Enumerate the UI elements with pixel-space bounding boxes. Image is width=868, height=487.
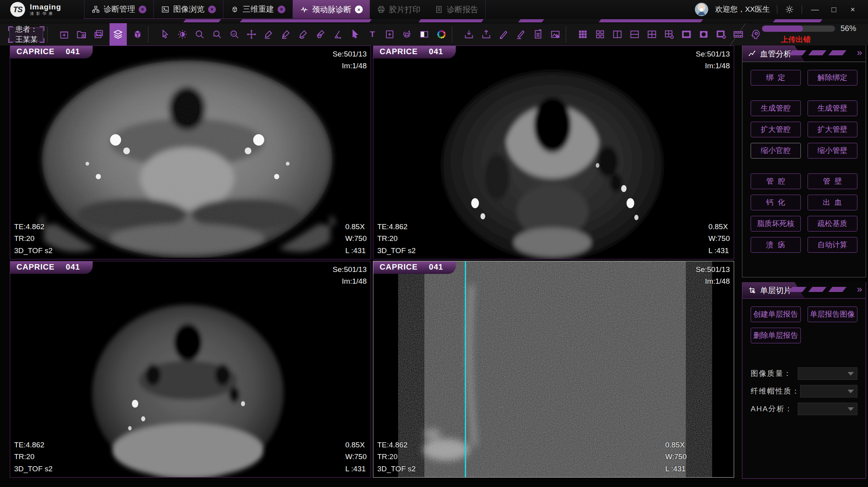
panel-header-deco [790, 287, 844, 292]
tab-carotid-diagnosis[interactable]: 颈动脉诊断 × [292, 0, 370, 19]
close-button[interactable]: × [847, 5, 859, 14]
zoom-2x-icon[interactable] [228, 27, 241, 42]
photos-icon[interactable] [92, 27, 105, 42]
probe-pen-icon[interactable] [497, 27, 510, 42]
cube-3d-icon[interactable] [131, 27, 144, 42]
pan-icon[interactable] [245, 27, 258, 42]
overlay-acquisition-info: TE:4.862TR:203D_TOF s2 [377, 439, 416, 475]
angle-icon[interactable] [331, 27, 344, 42]
user-avatar[interactable] [695, 3, 708, 16]
zoom-region-icon[interactable] [210, 27, 223, 42]
layout-circle-icon[interactable] [697, 27, 710, 42]
titlebar-right: 欢迎您，XX医生 — □ × [695, 0, 868, 19]
enlarge-wall-button[interactable]: 扩大管壁 [808, 122, 858, 137]
tab-diagnosis-report[interactable]: 诊断报告 [428, 0, 486, 19]
measure-curve-icon[interactable] [297, 27, 310, 42]
archive-add-icon[interactable] [58, 27, 71, 42]
generate-wall-button[interactable]: 生成管壁 [808, 100, 858, 116]
tab-image-browse[interactable]: 图像浏览 × [153, 0, 223, 19]
grid-close-icon[interactable] [663, 27, 676, 42]
collapse-chevron-icon[interactable]: » [857, 284, 861, 295]
hemorrhage-button[interactable]: 出 血 [808, 195, 858, 210]
tab-label: 图像浏览 [173, 4, 205, 15]
shrink-lumen-button[interactable]: 缩小官腔 [751, 143, 801, 159]
tab-diagnosis-management[interactable]: 诊断管理 × [84, 0, 153, 19]
report-add-icon[interactable] [532, 27, 545, 42]
progress-percent: 56% [841, 24, 856, 33]
ulcer-button[interactable]: 溃 疡 [751, 237, 801, 253]
bind-button[interactable]: 绑 定 [751, 70, 801, 86]
aha-analysis-select[interactable] [798, 403, 857, 415]
lipid-necrotic-core-button[interactable]: 脂质坏死核 [751, 216, 801, 232]
layout-fullscreen-icon[interactable] [680, 27, 693, 42]
create-slice-report-button[interactable]: 创建单层报告 [751, 306, 801, 322]
layers-icon[interactable] [110, 23, 127, 46]
collapse-chevron-icon[interactable]: » [857, 47, 861, 58]
tab-label: 诊断报告 [447, 4, 478, 15]
tab-close-icon[interactable]: × [208, 5, 216, 13]
grid-3x3-icon[interactable] [576, 27, 589, 42]
image-icon [161, 5, 170, 14]
invert-icon[interactable] [418, 27, 431, 42]
color-palette-icon[interactable] [435, 27, 448, 42]
measure-angle-icon[interactable] [280, 27, 292, 42]
shrink-wall-button[interactable]: 缩小管壁 [808, 143, 858, 159]
grid-2x2-icon[interactable] [645, 27, 658, 42]
viewport-top-right[interactable]: CAPRICE 041 Se:501/13Im:1/48 TE:4.862TR:… [373, 46, 734, 259]
probe-pen-line-icon[interactable] [514, 27, 527, 42]
viewport-bottom-left[interactable]: CAPRICE 041 Se:501/13Im:1/48 TE:4.862TR:… [10, 261, 371, 478]
image-export-icon[interactable] [549, 27, 562, 42]
ai-analysis-icon[interactable] [749, 27, 762, 42]
viewport-bottom-right[interactable]: CAPRICE 041 Se:501/13Im:1/48 TE:4.862TR:… [373, 261, 734, 478]
calcification-button[interactable]: 钙 化 [751, 195, 801, 210]
enlarge-lumen-button[interactable]: 扩大管腔 [751, 122, 801, 137]
loose-matrix-button[interactable]: 疏松基质 [808, 216, 858, 232]
fibrous-cap-select[interactable] [800, 385, 857, 398]
dropdown-arrow-icon [848, 372, 854, 376]
lumen-button[interactable]: 管 腔 [751, 173, 801, 189]
slice-report-image-button[interactable]: 单层报告图像 [808, 306, 858, 322]
tab-close-icon[interactable]: × [278, 5, 285, 13]
grid-2x2-small-icon[interactable] [594, 27, 607, 42]
auto-calculate-button[interactable]: 自动计算 [808, 237, 858, 253]
wall-button[interactable]: 管 壁 [808, 173, 858, 189]
generate-lumen-button[interactable]: 生成管腔 [751, 100, 801, 116]
pointer-icon[interactable] [349, 27, 362, 42]
zoom-icon[interactable] [193, 27, 206, 42]
delete-slice-report-button[interactable]: 删除单层报告 [751, 328, 801, 343]
brightness-contrast-icon[interactable] [176, 27, 189, 42]
measure-polygon-icon[interactable] [314, 27, 327, 42]
text-annotation-icon[interactable] [366, 27, 379, 42]
cube-icon [230, 5, 239, 14]
unbind-button[interactable]: 解除绑定 [808, 70, 858, 86]
app-logo: TS Imaging 清影华康 [0, 0, 84, 19]
frame-add-icon[interactable] [383, 27, 396, 42]
minimize-button[interactable]: — [809, 5, 821, 14]
gear-icon[interactable] [784, 4, 795, 15]
fibrous-cap-field: 纤维帽性质： [742, 385, 866, 398]
maximize-button[interactable]: □ [828, 5, 840, 14]
measure-length-icon[interactable] [262, 27, 275, 42]
dropdown-arrow-icon [848, 407, 854, 411]
tab-film-print[interactable]: 胶片打印 [370, 0, 428, 19]
toolbar-group-files [58, 23, 144, 46]
viewport-top-left[interactable]: CAPRICE 041 Se:501/13Im:1/48 TE:4.862TR:… [10, 46, 371, 259]
select-arrow-icon[interactable] [159, 27, 172, 42]
overlay-display-info: 0.85XW:750L :431 [345, 221, 367, 257]
layout-close-icon[interactable] [715, 27, 727, 42]
tab-close-icon[interactable]: × [139, 5, 146, 13]
rotate-icon[interactable] [400, 27, 413, 42]
overlay-display-info: 0.85XW:750L :431 [345, 439, 367, 475]
tab-close-icon[interactable]: × [355, 5, 363, 13]
viewport-grid: CAPRICE 041 Se:501/13Im:1/48 TE:4.862TR:… [10, 46, 734, 478]
split-horizontal-icon[interactable] [628, 27, 641, 42]
folder-add-icon[interactable] [75, 27, 88, 42]
upload-icon[interactable] [480, 27, 493, 42]
tab-3d-reconstruction[interactable]: 三维重建 × [223, 0, 292, 19]
image-quality-select[interactable] [798, 367, 857, 380]
panel-header: 单层切片 » [742, 282, 866, 299]
vessel-analysis-panel: 血管分析 » 绑 定 解除绑定 生成管腔 生成管壁 扩大管腔 扩大管壁 缩小官腔… [742, 46, 866, 277]
download-icon[interactable] [462, 27, 475, 42]
patient-field[interactable]: 患者：王某某 [9, 27, 43, 42]
split-vertical-icon[interactable] [611, 27, 624, 42]
